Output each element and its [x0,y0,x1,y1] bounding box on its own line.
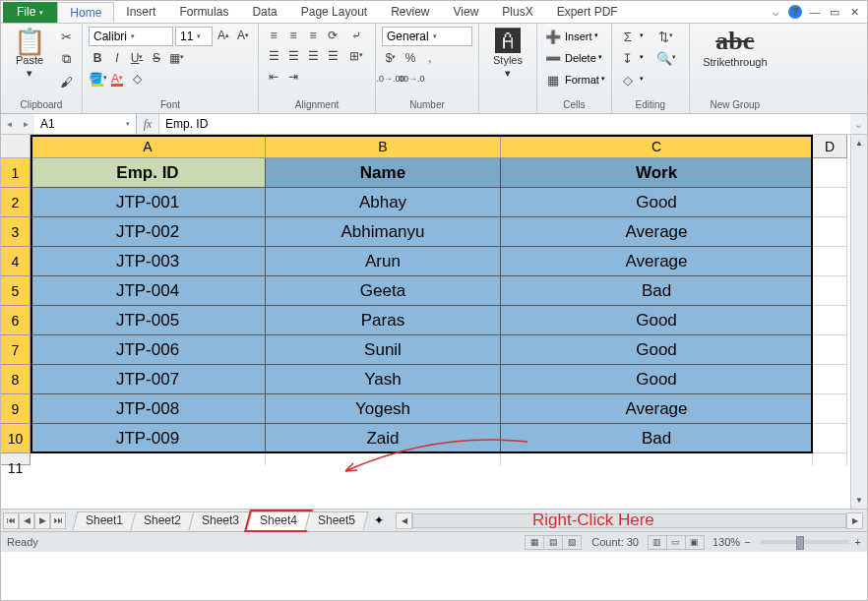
tab-expert-pdf[interactable]: Expert PDF [545,2,630,23]
tab-formulas[interactable]: Formulas [167,2,240,23]
sort-filter-icon[interactable]: ⇅▾ [650,27,683,46]
format-button[interactable]: ▦Format▾ [543,70,605,90]
fill-button[interactable]: ↧▾ [618,48,644,68]
data-cell[interactable]: Bad [501,424,813,453]
data-cell[interactable]: Sunil [266,335,501,365]
italic-button[interactable]: I [108,49,126,67]
strikethrough-button[interactable]: abc Strikethrough [696,27,775,68]
row-headers[interactable]: 1 2 3 4 5 6 7 8 9 10 11 [1,158,31,465]
data-cell[interactable]: Paras [266,306,501,335]
clear-format-icon[interactable]: ◇ [128,70,146,88]
minimize-icon[interactable]: — [808,5,822,19]
justify-icon[interactable]: ☰ [324,47,341,65]
header-cell[interactable]: Name [266,158,501,188]
sheet-tab-5[interactable]: Sheet5 [305,511,369,530]
file-tab[interactable]: File [3,2,57,23]
close-icon[interactable]: ✕ [847,5,861,19]
wrap-text-icon[interactable]: ⤶ [343,27,369,44]
zoom-slider[interactable] [761,540,849,544]
find-icon[interactable]: 🔍▾ [650,48,683,68]
data-cell[interactable]: Geeta [266,276,501,306]
cut-icon[interactable]: ✂ [56,27,76,46]
paste-button[interactable]: 📋 Paste ▾ [7,27,52,81]
comma-icon[interactable]: , [421,49,439,67]
view-break-icon[interactable]: ▧ [562,535,582,550]
bold-button[interactable]: B [89,49,106,67]
data-cell[interactable]: Zaid [266,424,501,453]
insert-button[interactable]: ➕Insert▾ [543,27,605,46]
col-header-a[interactable]: A [31,135,266,158]
fill-color-button[interactable]: 🪣▾ [89,70,106,88]
minimize-ribbon-icon[interactable]: ⌵ [769,5,782,19]
data-cell[interactable]: JTP-006 [31,335,266,365]
data-cell[interactable]: Average [501,394,813,424]
data-cell[interactable]: Yogesh [266,394,501,424]
tab-view[interactable]: View [442,2,491,23]
currency-icon[interactable]: $▾ [382,49,400,67]
expand-formula-icon[interactable]: ⌄ [850,114,867,134]
align-middle-icon[interactable]: ≡ [284,27,302,44]
align-left-icon[interactable]: ☰ [265,47,282,65]
clear-button[interactable]: ◇▾ [618,70,644,90]
namebox-left[interactable]: ◄ [1,114,18,134]
data-cell[interactable]: Yash [266,365,501,394]
decrease-decimal-icon[interactable]: .00→.0 [402,70,419,88]
increase-indent-icon[interactable]: ⇥ [284,68,302,86]
data-cell[interactable]: JTP-005 [31,306,266,335]
percent-icon[interactable]: % [402,49,419,67]
col-header-d[interactable]: D [813,135,847,158]
prev-sheet-icon[interactable]: ◀ [19,512,34,529]
view-page-icon[interactable]: ▤ [543,535,563,550]
delete-button[interactable]: ➖Delete▾ [543,48,605,68]
namebox-right[interactable]: ► [18,114,34,134]
border-button[interactable]: ▦▾ [167,49,185,67]
format-painter-icon[interactable]: 🖌 [56,72,76,91]
align-bottom-icon[interactable]: ≡ [304,27,322,44]
data-cell[interactable]: Abhimanyu [266,217,501,247]
data-cell[interactable]: Good [501,365,813,394]
fx-icon[interactable]: fx [137,114,158,134]
col-header-c[interactable]: C [501,135,813,158]
align-center-icon[interactable]: ☰ [284,47,302,65]
view-full-icon[interactable]: ▭ [666,535,686,550]
view-normal-icon[interactable]: ▦ [525,535,544,550]
first-sheet-icon[interactable]: ⏮ [3,512,19,529]
tab-plusx[interactable]: PlusX [490,2,544,23]
strike-button[interactable]: S [148,49,165,67]
sheet-tab-1[interactable]: Sheet1 [72,511,136,530]
copy-icon[interactable]: ⧉ [56,49,76,69]
styles-button[interactable]: 🅰 Styles ▾ [485,27,530,81]
tab-page-layout[interactable]: Page Layout [289,2,379,23]
align-right-icon[interactable]: ☰ [304,47,322,65]
data-cell[interactable]: JTP-001 [31,188,266,217]
font-family-combo[interactable]: Calibri▾ [89,27,173,46]
help-icon[interactable]: ? [788,5,802,19]
view-reading-icon[interactable]: ▣ [685,535,705,550]
name-box[interactable]: A1▾ [34,114,137,134]
tab-home[interactable]: Home [57,2,114,23]
header-cell[interactable]: Work [501,158,813,188]
restore-icon[interactable]: ▭ [828,5,841,19]
view-custom-icon[interactable]: ▥ [648,535,667,550]
font-color-button[interactable]: A▾ [108,70,126,88]
data-cell[interactable]: Bad [501,276,813,306]
sheet-tab-3[interactable]: Sheet3 [189,511,253,530]
worksheet-grid[interactable]: A B C D 1 2 3 4 5 6 7 8 9 10 11 Emp. IDN… [1,135,867,509]
header-cell[interactable]: Emp. ID [31,158,266,188]
zoom-in-icon[interactable]: + [855,536,861,548]
data-cell[interactable]: Average [501,217,813,247]
tab-review[interactable]: Review [379,2,441,23]
col-header-b[interactable]: B [266,135,501,158]
vertical-scrollbar[interactable]: ▲ ▼ [850,135,867,509]
increase-font-icon[interactable]: A▴ [215,27,232,44]
data-cell[interactable]: Good [501,188,813,217]
tab-insert[interactable]: Insert [114,2,167,23]
data-cell[interactable]: JTP-007 [31,365,266,394]
last-sheet-icon[interactable]: ⏭ [50,512,66,529]
next-sheet-icon[interactable]: ▶ [34,512,50,529]
data-cell[interactable]: Good [501,335,813,365]
data-cell[interactable]: Average [501,247,813,276]
data-cell[interactable]: Arun [266,247,501,276]
formula-input[interactable]: Emp. ID [158,114,850,134]
data-cell[interactable]: JTP-008 [31,394,266,424]
